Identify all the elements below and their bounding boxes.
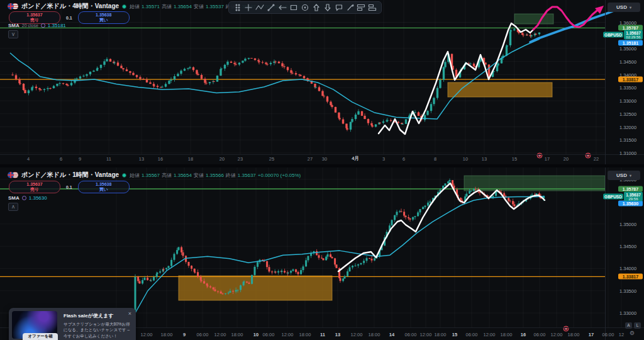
symbol-title[interactable]: ポンド／米ドル・1時間・Vantage: [21, 171, 119, 179]
chart2-currency-selector[interactable]: USD ▾: [608, 171, 640, 180]
drawing-toolbar: [228, 1, 382, 14]
drag-handle-icon[interactable]: [233, 3, 242, 13]
market-open-icon: [122, 4, 126, 9]
indicator-sync-icon: [22, 196, 26, 200]
chevron-down-icon: ▾: [630, 5, 631, 9]
panel-divider[interactable]: [0, 164, 644, 167]
sell-button[interactable]: 1.35637売り: [9, 11, 60, 24]
change-value: +0.00070 (+0.05%): [258, 173, 301, 178]
chevron-down-icon: ᐯ: [12, 32, 14, 37]
buy-label: 買い: [99, 18, 108, 23]
indicator-name: SMA: [8, 23, 19, 28]
chart-canvas[interactable]: ✻✻✻: [0, 0, 644, 340]
chevron-down-icon: ▾: [630, 173, 631, 178]
high-value: 1.35654: [174, 173, 192, 178]
chart1-trade-row: 1.35637売り 0.1 1.35638買い: [9, 11, 130, 24]
buy-button[interactable]: 1.35638買い: [78, 11, 130, 24]
indicator-value: 1.35630: [29, 195, 47, 201]
spread-value: 0.1: [66, 16, 72, 20]
indicator-name: SMA: [8, 195, 19, 201]
sell-button[interactable]: 1.35637売り: [9, 181, 60, 193]
low-value: 1.35566: [206, 173, 224, 178]
buy-price: 1.35638: [96, 182, 111, 187]
symbol-flags-icon: [8, 3, 18, 10]
chart2-legend-collapse-button[interactable]: ᐱ: [8, 203, 18, 211]
sell-label: 売り: [30, 18, 39, 23]
zigzag-line-icon[interactable]: [255, 3, 265, 13]
buy-price: 1.35638: [96, 13, 111, 18]
currency-value: USD: [616, 173, 627, 178]
high-value: 1.35654: [174, 4, 192, 9]
close-icon[interactable]: ×: [128, 310, 131, 317]
indicator-sync-icon: [41, 23, 45, 28]
open-value: 1.35571: [142, 4, 160, 9]
short-position-icon[interactable]: [368, 3, 377, 13]
indicator-value: 1.35181: [48, 23, 66, 28]
popup-body: サブスクリプションが最大80%お得になる、またとないチャンスです – 今すぐお申…: [64, 321, 131, 339]
brush-icon[interactable]: [345, 3, 355, 13]
long-position-icon[interactable]: [357, 3, 366, 13]
chart2-indicator-row[interactable]: SMA 1.35630: [8, 195, 47, 201]
arrow-down-icon[interactable]: [323, 3, 332, 13]
market-open-icon: [122, 173, 126, 178]
high-label: 高値: [162, 3, 172, 10]
chart2-trade-row: 1.35637売り 0.1 1.35638買い: [9, 181, 130, 193]
gear-icon[interactable]: ⚙: [630, 330, 635, 336]
sma-line[interactable]: [129, 196, 545, 324]
chevron-up-icon: ᐱ: [12, 205, 14, 209]
symbol-title[interactable]: ポンド／米ドル・4時間・Vantage: [21, 2, 119, 11]
popup-title: Flash saleが使えます: [64, 312, 133, 319]
brown-zone-box[interactable]: [448, 82, 552, 97]
low-label: 安値: [194, 172, 204, 179]
auto-scale-button[interactable]: A: [625, 322, 632, 329]
scale-buttons: A L: [625, 322, 641, 329]
buy-label: 買い: [99, 187, 108, 192]
circle-icon[interactable]: [300, 3, 309, 13]
buy-button[interactable]: 1.35638買い: [78, 181, 130, 193]
flash-sale-popup: × Flash saleが使えます サブスクリプションが最大80%お得になる、ま…: [9, 308, 136, 340]
chart2-header: ポンド／米ドル・1時間・Vantage 始値1.35567 高値1.35654 …: [8, 171, 301, 179]
indicator-params: 20 close: [22, 23, 38, 28]
price-axis-border: [605, 0, 606, 340]
trend-line-icon[interactable]: [267, 3, 276, 13]
horizontal-line-icon[interactable]: [278, 3, 287, 13]
ohlc-row: 始値1.35567 高値1.35654 安値1.35566 終値1.35637 …: [130, 172, 301, 179]
spread-value: 0.1: [66, 185, 72, 190]
comment-icon[interactable]: [334, 3, 343, 13]
chart1-legend-collapse-button[interactable]: ᐯ: [8, 30, 18, 38]
close-label: 終値: [226, 172, 236, 179]
low-label: 安値: [194, 3, 204, 10]
rectangle-icon[interactable]: [289, 3, 299, 13]
time-axis-border-top: [0, 154, 644, 155]
popup-cta-button[interactable]: オファーを確認: [23, 333, 58, 340]
open-label: 始値: [130, 3, 140, 10]
chart1-indicator-row[interactable]: SMA 20 close 1.35181: [8, 23, 66, 28]
sell-price: 1.35637: [26, 13, 42, 18]
high-label: 高値: [162, 172, 172, 179]
open-label: 始値: [130, 172, 140, 179]
crosshair-icon[interactable]: [244, 3, 253, 13]
low-value: 1.35537: [206, 4, 224, 9]
trading-terminal: ✻✻✻ 1.360001.350001.345001.340001.335001…: [0, 0, 644, 340]
log-scale-button[interactable]: L: [634, 322, 641, 329]
chart1-currency-selector[interactable]: USD ▾: [608, 3, 640, 12]
sell-label: 売り: [30, 187, 39, 192]
currency-value: USD: [616, 4, 627, 10]
open-value: 1.35567: [142, 173, 160, 178]
arrow-up-icon[interactable]: [311, 3, 321, 13]
close-value: 1.35637: [238, 173, 256, 178]
symbol-flags-icon: [8, 172, 18, 179]
green-zone-box[interactable]: [514, 14, 553, 24]
sell-price: 1.35637: [26, 182, 42, 187]
